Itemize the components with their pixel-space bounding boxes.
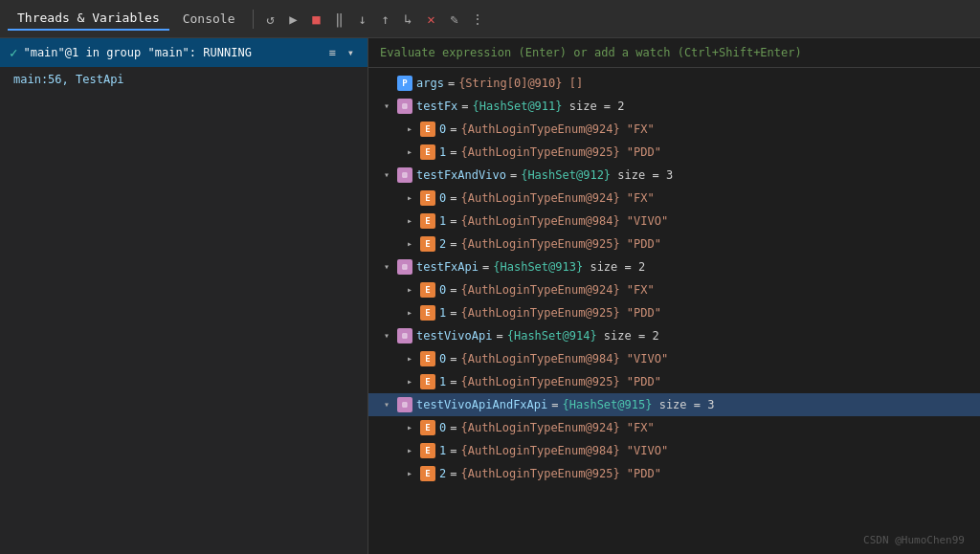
var-name: 0 [439, 418, 446, 437]
var-value: {AuthLoginTypeEnum@924} "FX" [460, 188, 654, 208]
var-value: {AuthLoginTypeEnum@924} "FX" [460, 120, 654, 139]
var-name: testFx [416, 97, 457, 116]
var-type-icon: E [420, 144, 435, 160]
variable-row[interactable]: ▾▤testVivoApi={HashSet@914} size = 2 [368, 324, 980, 347]
var-name: testFxAndVivo [416, 166, 506, 185]
expand-icon[interactable]: ▸ [407, 441, 420, 460]
var-size: size = 3 [652, 395, 714, 414]
resume-icon[interactable]: ▶ [284, 10, 303, 29]
main-area: ✓ "main"@1 in group "main": RUNNING ≡ ▾ … [0, 38, 980, 554]
var-size: size = 2 [563, 97, 625, 116]
filter-dropdown-icon[interactable]: ▾ [344, 44, 358, 61]
var-type-value: {HashSet@912} [521, 166, 611, 185]
expand-icon[interactable]: ▸ [407, 234, 420, 254]
variable-row[interactable]: ▸E1={AuthLoginTypeEnum@925} "PDD" [368, 370, 980, 393]
var-type-icon: ▤ [397, 397, 412, 412]
step-out-icon[interactable]: ↑ [376, 10, 395, 29]
var-type-icon: E [420, 190, 435, 206]
variable-row[interactable]: ▾▤testFx={HashSet@911} size = 2 [368, 95, 980, 118]
var-value: {AuthLoginTypeEnum@984} "VIVO" [460, 211, 668, 231]
var-type-icon: ▤ [397, 259, 412, 275]
variable-row[interactable]: ▸E1={AuthLoginTypeEnum@925} "PDD" [368, 301, 980, 324]
var-type-icon: E [420, 213, 435, 229]
tab-console[interactable]: Console [173, 8, 245, 30]
var-value: {AuthLoginTypeEnum@925} "PDD" [460, 372, 661, 391]
expand-icon[interactable]: ▸ [407, 211, 420, 231]
var-type-value: {HashSet@911} [473, 97, 563, 116]
expand-icon[interactable]: ▾ [384, 395, 397, 414]
var-type-icon: E [420, 374, 435, 389]
var-name: 1 [439, 211, 446, 231]
expand-icon[interactable]: ▸ [407, 349, 420, 368]
evaluate-icon[interactable]: ✕ [422, 10, 441, 29]
toolbar: Threads & Variables Console ↺ ▶ ■ ‖ ↓ ↑ … [0, 0, 980, 38]
step-into-icon[interactable]: ↓ [353, 10, 372, 29]
toolbar-divider-1 [253, 10, 254, 29]
var-equals: = [450, 418, 457, 437]
edit-icon[interactable]: ✎ [445, 10, 464, 29]
variable-row[interactable]: ▸E0={AuthLoginTypeEnum@984} "VIVO" [368, 347, 980, 370]
var-type-value: {HashSet@915} [563, 395, 653, 414]
var-value: {AuthLoginTypeEnum@984} "VIVO" [460, 349, 668, 368]
variable-row[interactable]: ▾▤testFxApi={HashSet@913} size = 2 [368, 255, 980, 278]
var-name: 1 [439, 441, 446, 460]
run-to-cursor-icon[interactable]: ↳ [399, 10, 418, 29]
tab-threads-variables[interactable]: Threads & Variables [8, 7, 169, 31]
expand-icon[interactable]: ▸ [407, 120, 420, 139]
var-size: size = 2 [597, 326, 659, 345]
expand-icon[interactable]: ▸ [407, 188, 420, 208]
expand-icon[interactable]: ▾ [384, 166, 397, 185]
var-type-icon: E [420, 122, 435, 137]
var-name: testVivoApi [416, 326, 492, 345]
var-type-icon: P [397, 76, 412, 91]
var-type-icon: E [420, 466, 435, 481]
expand-icon[interactable]: ▸ [407, 464, 420, 483]
variable-row[interactable]: ▸E0={AuthLoginTypeEnum@924} "FX" [368, 187, 980, 210]
eval-bar[interactable]: Evaluate expression (Enter) or add a wat… [368, 38, 980, 68]
variable-row[interactable]: Pargs={String[0]@910} [] [368, 72, 980, 95]
more-icon[interactable]: ⋮ [468, 10, 487, 29]
variable-row[interactable]: ▸E0={AuthLoginTypeEnum@924} "FX" [368, 118, 980, 141]
variable-row[interactable]: ▸E2={AuthLoginTypeEnum@925} "PDD" [368, 462, 980, 485]
var-value: {AuthLoginTypeEnum@924} "FX" [460, 418, 654, 437]
variable-row[interactable]: ▸E1={AuthLoginTypeEnum@984} "VIVO" [368, 210, 980, 233]
stop-icon[interactable]: ■ [307, 10, 326, 29]
step-over-icon[interactable]: ‖ [330, 10, 349, 29]
restart-icon[interactable]: ↺ [261, 10, 280, 29]
var-value: {AuthLoginTypeEnum@924} "FX" [460, 280, 654, 299]
var-type-icon: ▤ [397, 167, 412, 183]
expand-icon[interactable]: ▾ [384, 97, 397, 116]
expand-icon[interactable]: ▾ [384, 326, 397, 345]
expand-icon[interactable]: ▸ [407, 372, 420, 391]
variable-row[interactable]: ▾▤testVivoApiAndFxApi={HashSet@915} size… [368, 393, 980, 416]
variable-row[interactable]: ▸E0={AuthLoginTypeEnum@924} "FX" [368, 278, 980, 301]
var-name: 0 [439, 280, 446, 299]
variables-list: Pargs={String[0]@910} []▾▤testFx={HashSe… [368, 68, 980, 554]
var-name: 1 [439, 303, 446, 322]
expand-icon[interactable]: ▸ [407, 303, 420, 322]
watermark: CSDN @HumoChen99 [863, 534, 965, 546]
thread-item[interactable]: ✓ "main"@1 in group "main": RUNNING ≡ ▾ [0, 38, 368, 67]
var-equals: = [461, 97, 468, 116]
variable-row[interactable]: ▸E1={AuthLoginTypeEnum@925} "PDD" [368, 141, 980, 164]
var-equals: = [450, 372, 457, 391]
var-name: args [416, 74, 444, 93]
filter-icon[interactable]: ≡ [325, 44, 340, 61]
variable-row[interactable]: ▸E2={AuthLoginTypeEnum@925} "PDD" [368, 233, 980, 255]
var-type-icon: ▤ [397, 328, 412, 343]
expand-icon[interactable]: ▸ [407, 418, 420, 437]
var-name: 2 [439, 464, 446, 483]
variable-row[interactable]: ▸E1={AuthLoginTypeEnum@984} "VIVO" [368, 439, 980, 462]
thread-running-icon: ✓ [10, 45, 17, 60]
stack-frame[interactable]: main:56, TestApi [0, 67, 368, 92]
var-type-icon: E [420, 420, 435, 435]
var-type-icon: ▤ [397, 99, 412, 114]
variable-row[interactable]: ▾▤testFxAndVivo={HashSet@912} size = 3 [368, 164, 980, 187]
var-name: 1 [439, 372, 446, 391]
variable-row[interactable]: ▸E0={AuthLoginTypeEnum@924} "FX" [368, 416, 980, 439]
var-value: {AuthLoginTypeEnum@925} "PDD" [460, 143, 661, 162]
expand-icon[interactable]: ▾ [384, 257, 397, 277]
expand-icon[interactable]: ▸ [407, 143, 420, 162]
expand-icon[interactable]: ▸ [407, 280, 420, 299]
var-equals: = [450, 143, 457, 162]
